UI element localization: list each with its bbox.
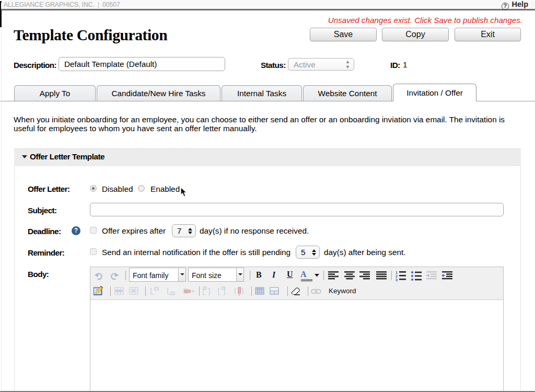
svg-text:2: 2 <box>396 274 398 278</box>
svg-text:1: 1 <box>396 271 398 274</box>
svg-text:3: 3 <box>396 278 398 282</box>
